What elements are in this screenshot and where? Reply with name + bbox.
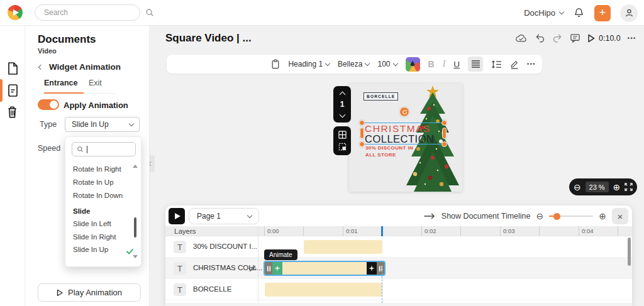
layer-duration-bar[interactable] (265, 283, 382, 297)
scroll-up-icon[interactable] (133, 165, 138, 168)
zoom-in-icon[interactable]: ⊕ (613, 183, 620, 192)
notifications-bell-icon[interactable] (573, 7, 585, 19)
resize-handle-w[interactable] (360, 128, 364, 139)
dropdown-scrollbar[interactable] (134, 217, 136, 238)
global-search[interactable] (35, 4, 140, 21)
grid-view-icon[interactable] (338, 131, 347, 139)
timeline-scrollbar[interactable] (628, 238, 631, 266)
visibility-off-icon[interactable] (248, 264, 257, 275)
layer-row[interactable]: T 30% DISCOUNT I... (165, 236, 632, 258)
play-animation-button[interactable]: Play Animation (38, 283, 141, 302)
animation-type-select[interactable]: Slide In Up (65, 117, 140, 132)
italic-button[interactable]: I (443, 59, 446, 69)
editor-header-actions: 0:10.0 ••• (514, 33, 636, 43)
resize-handle-e[interactable] (442, 128, 447, 139)
redo-icon[interactable] (552, 33, 563, 43)
chevron-down-icon (129, 121, 134, 126)
exit-animation-icon[interactable] (367, 262, 377, 275)
slider-knob[interactable] (553, 213, 560, 220)
timeline-zoom-slider[interactable] (549, 212, 593, 220)
dropdown-option[interactable]: Rotate In Down (73, 192, 123, 199)
layer-label[interactable]: 30% DISCOUNT I... (193, 243, 257, 250)
trash-icon[interactable] (6, 106, 18, 121)
back-widget-animation[interactable]: Widget Animation (39, 62, 121, 72)
dropdown-option[interactable]: Rotate In Right (73, 165, 121, 173)
preview-play-icon[interactable] (587, 34, 595, 43)
font-size-select[interactable]: 100 (377, 60, 397, 68)
layer-label[interactable]: BORCELLE (193, 285, 231, 293)
dropdown-option[interactable]: Rotate In Up (73, 178, 114, 186)
document-lines-icon[interactable] (6, 84, 19, 100)
blank-document-icon[interactable] (6, 62, 19, 78)
tab-entrance[interactable]: Entrance (44, 79, 84, 94)
trim-handle-left[interactable] (265, 262, 272, 275)
fullscreen-icon[interactable] (625, 183, 633, 191)
apply-animation-toggle[interactable] (38, 99, 59, 110)
undo-icon[interactable] (535, 33, 545, 43)
dropdown-search[interactable] (72, 142, 136, 156)
entrance-animation-icon[interactable] (272, 262, 282, 275)
dropdown-option[interactable]: Slide In Left (73, 220, 111, 227)
timeline-page-select[interactable]: Page 1 (189, 208, 259, 224)
underline-button[interactable]: U (453, 60, 460, 69)
playhead-handle[interactable] (381, 226, 383, 236)
profile-avatar[interactable] (620, 4, 638, 22)
trim-handle-right[interactable] (377, 262, 384, 275)
arrow-right-icon (424, 212, 436, 220)
timeline-zoom-in-icon[interactable]: ⊕ (599, 212, 606, 221)
topbar-right: DocHipo + (524, 0, 638, 26)
selection-border-top (362, 123, 445, 123)
more-options-icon[interactable]: ••• (628, 35, 636, 41)
layer-duration-bar[interactable] (304, 240, 382, 254)
resize-handle-sw[interactable] (359, 141, 365, 147)
bold-button[interactable]: B (428, 59, 435, 69)
tab-exit[interactable]: Exit (89, 79, 102, 93)
tick-label: 0:00 (267, 227, 279, 234)
font-family-select[interactable]: Belleza (338, 60, 369, 68)
canvas-subtext-line2[interactable]: ALL STORE (365, 152, 396, 158)
page-down-icon[interactable] (339, 111, 345, 117)
layer-row[interactable]: T BORCELLE (165, 279, 632, 300)
layer-row-selected[interactable]: T CHRISTMAS COLL... (165, 258, 632, 279)
timeline-ruler[interactable]: Layers 0:00 0:01 0:02 0:03 0:04 (165, 226, 632, 236)
resize-handle-se[interactable] (441, 141, 447, 147)
dropdown-option-selected[interactable]: Slide In Up (73, 246, 108, 253)
tick-label: 0:04 (582, 227, 594, 234)
left-icon-rail (0, 26, 25, 306)
timeline-play-button[interactable] (169, 208, 185, 224)
rotate-handle-icon[interactable] (399, 107, 409, 117)
text-effects-pencil-icon[interactable] (510, 60, 519, 69)
workspace-menu[interactable]: DocHipo (524, 8, 564, 18)
toolbar-more-icon[interactable]: ••• (527, 61, 536, 67)
text-style-select[interactable]: Heading 1 (288, 60, 330, 68)
canvas-brand-text[interactable]: BORCELLE (364, 92, 398, 101)
text-color-picker[interactable] (406, 57, 420, 72)
selected-duration-bar[interactable] (264, 261, 386, 276)
comment-icon[interactable] (570, 33, 580, 43)
cloud-saved-icon (514, 33, 528, 43)
timeline-zoom-out-icon[interactable]: ⊖ (536, 212, 544, 221)
dropdown-option[interactable]: Slide In Right (73, 233, 116, 241)
create-new-button[interactable]: + (594, 5, 611, 21)
canvas-subtext-line1[interactable]: 30% DISCOUNT IN (365, 145, 413, 151)
animate-tooltip: Animate (264, 249, 297, 260)
text-align-button[interactable] (468, 57, 483, 72)
video-duration: 0:10.0 (599, 34, 621, 43)
duration-bar-body[interactable] (282, 262, 367, 275)
scroll-down-icon[interactable] (133, 255, 138, 258)
resize-handle-ne[interactable] (441, 120, 447, 126)
copy-style-icon[interactable] (271, 59, 280, 69)
resize-handle-nw[interactable] (359, 120, 365, 126)
search-input[interactable] (35, 8, 145, 17)
line-spacing-button[interactable] (491, 60, 502, 68)
tick-mark (264, 226, 265, 236)
show-document-timeline-label[interactable]: Show Document Timeline (441, 212, 531, 221)
timeline-bottom-strip (165, 303, 632, 306)
resize-canvas-icon[interactable] (338, 143, 347, 151)
page-up-icon[interactable] (339, 91, 345, 97)
design-canvas[interactable]: BORCELLE CHRISTMAS COLLECTION 30% DISCOU… (349, 84, 462, 192)
tick-mark (539, 226, 540, 236)
text-caret (87, 146, 87, 153)
zoom-out-icon[interactable]: ⊖ (574, 183, 581, 192)
close-timeline-button[interactable]: × (612, 208, 628, 224)
